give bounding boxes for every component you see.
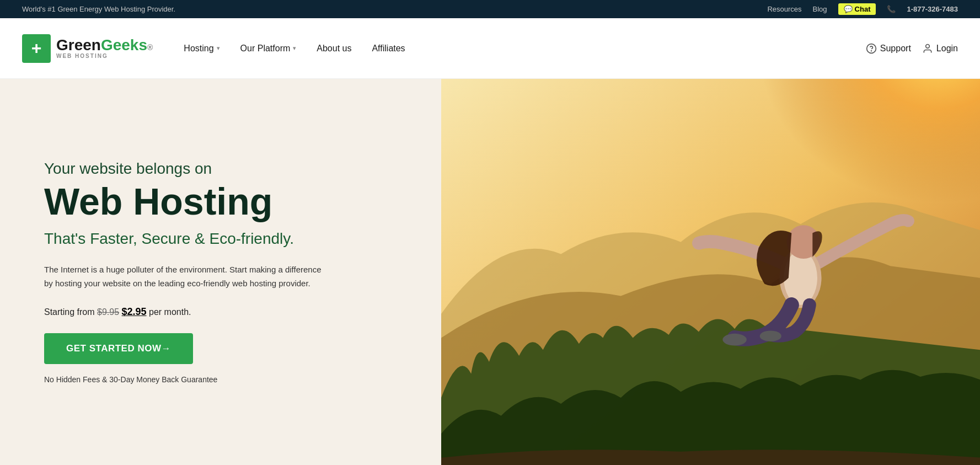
nav-about[interactable]: About us [308,38,360,59]
logo-name: GreenGeeks® [56,38,153,53]
svg-point-8 [722,334,746,346]
sale-price: $2.95 [122,306,147,317]
logo[interactable]: + GreenGeeks® WEB HOSTING [22,34,153,63]
top-bar-right: Resources Blog 💬 Chat 📞 1-877-326-7483 [767,3,958,15]
hero-content: Your website belongs on Web Hosting That… [0,127,375,417]
main-nav: Hosting ▾ Our Platform ▾ About us Affili… [175,38,865,59]
hero-pricing: Starting from $9.95 $2.95 per month. [44,306,331,318]
nav-hosting[interactable]: Hosting ▾ [175,38,228,59]
hero-illustration [441,79,980,465]
svg-point-2 [926,44,930,48]
hero-tagline: That's Faster, Secure & Eco-friendly. [44,230,331,248]
cta-button[interactable]: GET STARTED NOW→ [44,333,193,364]
guarantee-text: No Hidden Fees & 30-Day Money Back Guara… [44,375,331,384]
blog-link[interactable]: Blog [813,5,827,13]
nav-affiliates[interactable]: Affiliates [363,38,414,59]
hero-description: The Internet is a huge polluter of the e… [44,263,331,291]
nav-right: Support Login [866,43,958,54]
header: + GreenGeeks® WEB HOSTING Hosting ▾ Our … [0,18,980,79]
hero-section: Your website belongs on Web Hosting That… [0,79,980,465]
resources-link[interactable]: Resources [767,5,801,13]
top-bar-tagline: World's #1 Green Energy Web Hosting Prov… [22,5,175,13]
svg-point-1 [871,50,871,51]
hero-title: Web Hosting [44,182,331,221]
support-link[interactable]: Support [866,43,911,54]
platform-chevron-icon: ▾ [293,45,296,52]
svg-point-9 [759,330,781,341]
phone-icon: 📞 [887,5,896,13]
login-link[interactable]: Login [922,43,958,54]
phone-link[interactable]: 1-877-326-7483 [907,5,958,13]
login-icon [922,43,933,54]
nav-platform[interactable]: Our Platform ▾ [232,38,306,59]
support-icon [866,43,877,54]
hero-subtitle: Your website belongs on [44,160,331,178]
hosting-chevron-icon: ▾ [217,45,220,52]
logo-text: GreenGeeks® WEB HOSTING [56,38,153,59]
original-price: $9.95 [97,307,119,317]
chat-icon: 💬 [844,5,853,13]
logo-sub: WEB HOSTING [56,53,153,59]
logo-icon: + [22,34,51,63]
top-bar: World's #1 Green Energy Web Hosting Prov… [0,0,980,18]
chat-button[interactable]: 💬 Chat [838,3,876,15]
